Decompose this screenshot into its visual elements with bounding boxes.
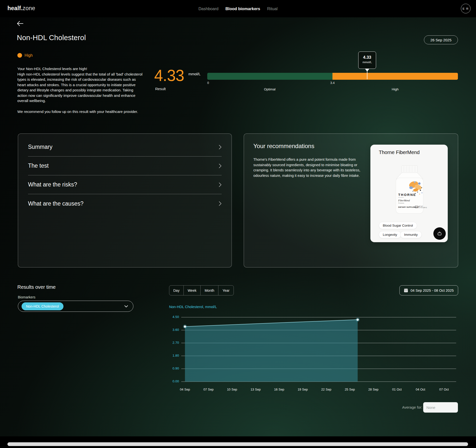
page-title: Non-HDL Cholesterol [17,34,86,42]
status-dot-icon [17,53,22,58]
recommendations-title: Your recommendations [253,143,314,150]
shopping-bag-icon [437,231,442,236]
top-nav-bar: healf.zone Dashboard Blood biomarkers Ri… [0,0,476,17]
x-axis-tick: 16 Sep [270,388,288,391]
tab-day[interactable]: Day [169,286,184,295]
date-range-text: 04 Sep 2025 - 08 Oct 2025 [411,289,454,292]
gauge-threshold-label: 3.4 [327,81,337,85]
tooltip-value: 4.33 [358,55,376,60]
calendar-icon [404,288,408,292]
accordion-item-risks[interactable]: What are the risks? [28,175,222,194]
x-axis-tick: 07 Oct [435,388,453,391]
accordion-item-causes[interactable]: What are the causes? [28,194,222,213]
y-axis-tick: 0.90 [164,367,179,370]
biomarker-dropdown[interactable]: Non-HDL Cholesterol [18,301,133,312]
product-tag: Immunity [400,231,422,238]
chevron-right-icon [219,163,222,168]
x-axis-tick: 04 Oct [412,388,429,391]
svg-text:DIETARY SUPPLEMENT: DIETARY SUPPLEMENT [398,206,419,208]
biomarker-chart: 4.50 3.60 2.70 1.80 0.90 0.00 04 Sep 07 … [178,312,464,396]
gauge-value-tooltip: 4.33 mmol/L [358,52,376,69]
x-axis-tick: 04 Sep [176,388,194,391]
x-axis-tick: 28 Sep [365,388,382,391]
chart-title: Non-HDL Cholesterol, mmol/L [169,305,217,309]
average-input[interactable] [423,402,458,413]
avatar[interactable]: E R [461,4,471,13]
x-axis-tick: 01 Oct [388,388,406,391]
info-accordion: Summary The test What are the risks? Wha… [18,133,232,267]
accordion-item-the-test[interactable]: The test [28,157,222,175]
x-axis-tick: 22 Sep [318,388,335,391]
tab-week[interactable]: Week [184,286,201,295]
nav-item-dashboard[interactable]: Dashboard [198,6,218,11]
gauge-marker-line [367,71,367,79]
result-value: 4.33 [154,66,184,85]
horizontal-scrollbar[interactable] [7,442,468,446]
status-badge: High [25,53,33,58]
average-for-label: Average for: [402,405,422,409]
svg-text:Prebiotic: Prebiotic [398,202,404,204]
back-button[interactable] [16,20,25,28]
accordion-label: What are the causes? [28,200,84,207]
results-over-time-title: Results over time [17,284,56,290]
chevron-right-icon [219,201,222,206]
period-tabs: Day Week Month Year [169,285,234,295]
gauge-optimal-segment [207,73,332,80]
add-to-cart-button[interactable] [433,227,446,240]
chart-plot-area [181,315,456,384]
gauge-min-label: 0 [207,81,209,85]
description-intro: Your Non-HDL Cholesterol levels are high… [17,66,143,72]
date-range-button[interactable]: 04 Sep 2025 - 08 Oct 2025 [399,285,458,295]
nav-item-blood-biomarkers[interactable]: Blood biomarkers [225,6,260,11]
chevron-right-icon [219,145,222,150]
svg-text:FiberMend: FiberMend [398,199,410,202]
gauge-high-text: High [383,87,408,91]
y-axis-tick: 3.60 [164,328,179,332]
back-arrow-icon [16,20,24,27]
logo-bold: healf. [7,5,23,11]
accordion-label: Summary [28,144,52,150]
product-tag: Blood Sugar Control [379,222,417,229]
x-axis-tick: 13 Sep [247,388,264,391]
y-axis-tick: 2.70 [164,341,179,344]
description-body: High non-HDL cholesterol levels suggest … [17,72,143,104]
result-description: Your Non-HDL Cholesterol levels are high… [17,66,143,114]
svg-text:THORNE: THORNE [398,193,416,197]
result-date-chip[interactable]: 26 Sep 2025 [424,35,458,44]
product-tag: Longevity [379,231,401,238]
selected-biomarker-chip: Non-HDL Cholesterol [22,302,63,310]
x-axis-tick: 25 Sep [341,388,358,391]
y-axis-tick: 4.50 [164,315,179,319]
y-axis-tick: 1.80 [164,354,179,357]
chevron-down-icon [124,305,128,308]
chevron-right-icon [219,182,222,187]
tab-year[interactable]: Year [218,286,233,295]
description-followup: We recommend you follow up on this resul… [17,109,143,114]
biomarkers-label: Biomarkers [18,295,35,299]
svg-text:11.5 OZ (330 G): 11.5 OZ (330 G) [418,207,427,208]
nav-item-ritual[interactable]: Ritual [267,6,277,11]
x-axis-tick: 10 Sep [223,388,241,391]
product-image: THORNE FiberMend Prebiotic DIETARY SUPPL… [389,164,430,215]
nav-links: Dashboard Blood biomarkers Ritual [198,0,277,17]
accordion-label: What are the risks? [28,181,77,188]
product-name: Thorne FiberMend [379,150,420,155]
tab-month[interactable]: Month [201,286,218,295]
gauge-high-segment [332,73,458,80]
app-logo[interactable]: healf.zone [7,5,35,12]
gauge-optimal-text: Optimal [257,87,282,91]
result-unit: mmol/L [188,72,201,76]
accordion-item-summary[interactable]: Summary [28,138,222,157]
accordion-label: The test [28,162,49,169]
result-label: Result [155,87,166,91]
x-axis-tick: 19 Sep [294,388,311,391]
logo-light: zone [23,5,35,11]
x-axis-tick: 07 Sep [200,388,217,391]
tooltip-unit: mmol/L [358,61,376,64]
y-axis-tick: 0.00 [164,379,179,383]
recommendations-description: Thorne's FiberMend offers a pure and pot… [253,157,361,178]
